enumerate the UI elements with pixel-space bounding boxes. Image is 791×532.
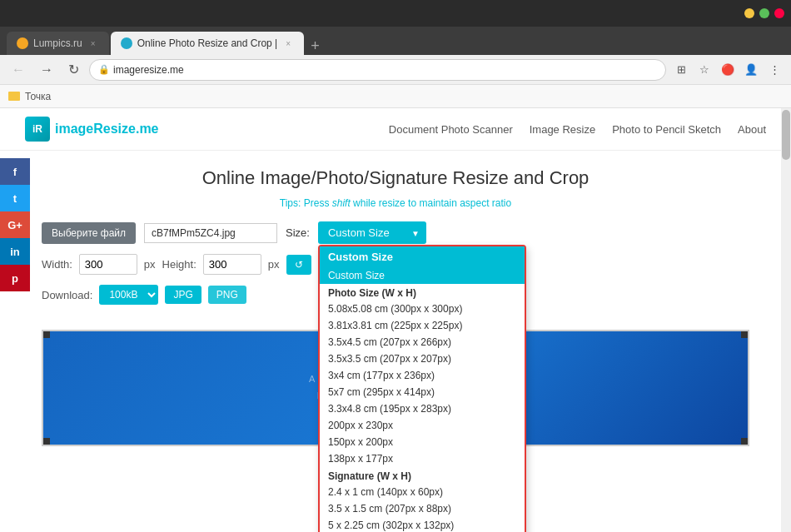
dropdown-item-custom[interactable]: Custom Size xyxy=(320,267,525,284)
tab-label-imageresize: Online Photo Resize and Crop | xyxy=(137,37,278,49)
bookmark-bar: Точка xyxy=(0,85,791,108)
nav-pencil-sketch[interactable]: Photo to Pencil Sketch xyxy=(612,123,721,136)
file-name-display: cB7fMPm5ZC4.jpg xyxy=(144,223,277,243)
nav-icons: ⊞ ☆ 🔴 👤 ⋮ xyxy=(671,60,784,80)
dropdown-item-sig-2[interactable]: 5 x 2.25 cm (302px x 132px) xyxy=(320,517,525,532)
twitter-button[interactable]: t xyxy=(0,185,30,211)
dropdown-item-sig-1[interactable]: 3.5 x 1.5 cm (207px x 88px) xyxy=(320,500,525,517)
address-bar[interactable]: 🔒 imageresize.me xyxy=(89,59,666,81)
dropdown-item-0[interactable]: 5.08x5.08 cm (300px x 300px) xyxy=(320,301,525,317)
nav-bar: ← → ↻ 🔒 imageresize.me ⊞ ☆ 🔴 👤 ⋮ xyxy=(0,55,791,85)
maximize-button[interactable] xyxy=(759,8,769,18)
dropdown-item-4[interactable]: 3x4 cm (177px x 236px) xyxy=(320,367,525,384)
browser-chrome: Lumpics.ru × Online Photo Resize and Cro… xyxy=(0,0,791,108)
dropdown-item-6[interactable]: 3.3x4.8 cm (195px x 283px) xyxy=(320,400,525,417)
size-dropdown-menu: Custom Size Custom Size Photo Size (W x … xyxy=(318,245,526,532)
bookmark-folder-icon xyxy=(8,92,20,101)
dropdown-section-photo: Photo Size (W x H) xyxy=(320,284,525,301)
tab-favicon-imageresize xyxy=(121,37,132,49)
main-area: Выберите файл cB7fMPm5ZC4.jpg Size: Cust… xyxy=(0,221,791,321)
logo-icon: iR xyxy=(25,117,50,142)
download-size-select[interactable]: 100kB xyxy=(99,285,158,305)
extensions-icon[interactable]: 🔴 xyxy=(718,60,738,80)
width-unit: px xyxy=(144,258,156,271)
dropdown-section-signature: Signature (W x H) xyxy=(320,467,525,484)
bookmark-label[interactable]: Точка xyxy=(25,91,51,102)
handle-top-left[interactable] xyxy=(43,331,50,338)
dropdown-item-sig-0[interactable]: 2.4 x 1 cm (140px x 60px) xyxy=(320,484,525,500)
profile-icon[interactable]: 👤 xyxy=(741,60,761,80)
bookmark-icon[interactable]: ☆ xyxy=(694,60,714,80)
height-input[interactable] xyxy=(203,254,261,275)
handle-top-right[interactable] xyxy=(741,331,748,338)
tab-label-lumpics: Lumpics.ru xyxy=(33,37,82,49)
controls-row: Выберите файл cB7fMPm5ZC4.jpg Size: Cust… xyxy=(42,221,749,244)
dropdown-header[interactable]: Custom Size xyxy=(320,246,525,267)
dropdown-item-9[interactable]: 138px x 177px xyxy=(320,450,525,467)
tab-imageresize[interactable]: Online Photo Resize and Crop | × xyxy=(111,32,305,55)
page-content: iR imageResize.me Document Photo Scanner… xyxy=(0,108,791,532)
close-button[interactable] xyxy=(774,8,784,18)
tip-key: shift xyxy=(332,197,351,209)
choose-file-button[interactable]: Выберите файл xyxy=(42,222,136,244)
lock-icon: 🔒 xyxy=(98,64,110,75)
tab-close-imageresize[interactable]: × xyxy=(282,37,294,49)
tip-prefix: Tips: Press xyxy=(280,197,330,209)
site-logo: iR imageResize.me xyxy=(25,117,159,142)
new-tab-button[interactable]: + xyxy=(306,37,325,55)
reset-button[interactable]: ↺ xyxy=(286,255,311,275)
width-label: Width: xyxy=(42,258,72,271)
menu-icon[interactable]: ⋮ xyxy=(764,60,784,80)
facebook-button[interactable]: f xyxy=(0,158,30,185)
tip-suffix: while resize to maintain aspect ratio xyxy=(353,197,511,209)
site-nav: Document Photo Scanner Image Resize Phot… xyxy=(389,123,766,136)
download-label: Download: xyxy=(42,289,92,301)
height-label: Height: xyxy=(162,258,197,271)
scrollbar[interactable] xyxy=(781,108,791,532)
nav-about[interactable]: About xyxy=(738,123,766,136)
scrollbar-thumb[interactable] xyxy=(782,110,790,160)
dropdown-item-8[interactable]: 150px x 200px xyxy=(320,434,525,450)
translate-icon[interactable]: ⊞ xyxy=(671,60,691,80)
back-button[interactable]: ← xyxy=(7,61,30,79)
title-bar xyxy=(0,0,791,27)
tab-close-lumpics[interactable]: × xyxy=(87,37,99,49)
tabs-bar: Lumpics.ru × Online Photo Resize and Cro… xyxy=(0,27,791,55)
page-title-section: Online Image/Photo/Signature Resize and … xyxy=(0,151,791,197)
jpg-download-button[interactable]: JPG xyxy=(165,286,201,304)
page-title: Online Image/Photo/Signature Resize and … xyxy=(0,167,791,189)
size-dropdown-wrapper: Custom Size Custom Size Custom Size Phot… xyxy=(318,221,426,244)
minimize-button[interactable] xyxy=(744,8,754,18)
dropdown-item-7[interactable]: 200px x 230px xyxy=(320,417,525,434)
handle-bottom-left[interactable] xyxy=(43,438,50,445)
forward-button[interactable]: → xyxy=(35,61,58,79)
dropdown-item-1[interactable]: 3.81x3.81 cm (225px x 225px) xyxy=(320,317,525,334)
site-header: iR imageResize.me Document Photo Scanner… xyxy=(0,108,791,151)
page-tip: Tips: Press shift while resize to mainta… xyxy=(0,197,791,209)
nav-document-scanner[interactable]: Document Photo Scanner xyxy=(389,123,513,136)
handle-bottom-right[interactable] xyxy=(741,438,748,445)
dropdown-item-5[interactable]: 5x7 cm (295px x 414px) xyxy=(320,384,525,400)
nav-image-resize[interactable]: Image Resize xyxy=(530,123,595,136)
tab-favicon-lumpics xyxy=(17,37,28,49)
tab-lumpics[interactable]: Lumpics.ru × xyxy=(7,32,109,55)
size-dropdown-button[interactable]: Custom Size xyxy=(318,221,426,244)
width-input[interactable] xyxy=(79,254,137,275)
site-name[interactable]: imageResize.me xyxy=(55,122,159,137)
refresh-button[interactable]: ↻ xyxy=(63,60,84,79)
dropdown-item-3[interactable]: 3.5x3.5 cm (207px x 207px) xyxy=(320,351,525,367)
png-download-button[interactable]: PNG xyxy=(208,286,246,304)
height-unit: px xyxy=(268,258,280,271)
size-label: Size: xyxy=(286,226,310,239)
window-controls xyxy=(744,8,784,18)
dropdown-item-2[interactable]: 3.5x4.5 cm (207px x 266px) xyxy=(320,334,525,351)
address-text: imageresize.me xyxy=(113,64,184,76)
